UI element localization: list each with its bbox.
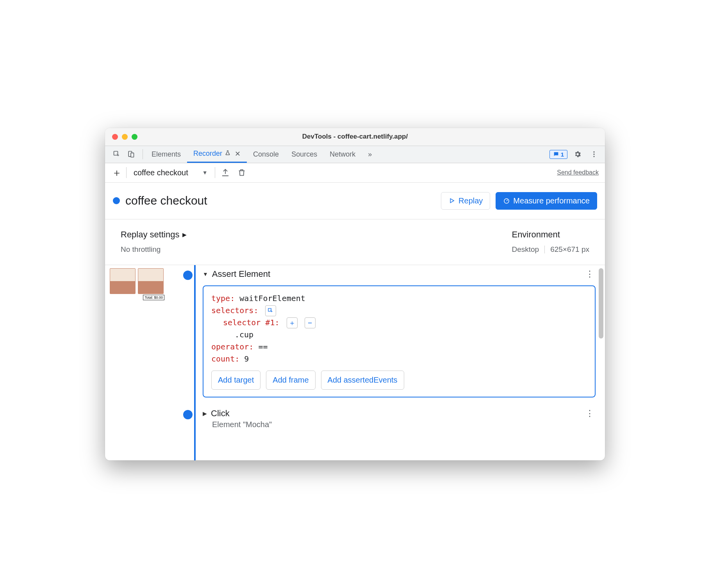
add-target-button[interactable]: Add target	[211, 371, 260, 390]
add-selector-icon[interactable]: ＋	[287, 317, 298, 328]
delete-recording-icon[interactable]	[235, 166, 248, 179]
prop-key: type	[211, 294, 230, 303]
device-value: Desktop	[512, 245, 539, 254]
main-menu-icon[interactable]	[588, 148, 600, 160]
tab-label: Elements	[152, 150, 181, 159]
tab-label: Network	[330, 150, 355, 159]
total-badge: Total: $0.00	[143, 295, 164, 300]
tab-recorder[interactable]: Recorder ✕	[187, 146, 247, 163]
svg-rect-7	[268, 308, 271, 311]
tab-network[interactable]: Network	[323, 146, 362, 163]
step-body: type: waitForElement selectors: selector…	[203, 285, 596, 397]
experiment-icon	[225, 150, 231, 158]
chevron-right-icon: ▶	[203, 410, 207, 417]
replay-button[interactable]: Replay	[441, 192, 490, 210]
recording-name: coffee checkout	[134, 168, 188, 177]
measure-label: Measure performance	[513, 196, 590, 205]
scrollbar[interactable]	[599, 268, 603, 339]
panel-tabs: Elements Recorder ✕ Console Sources Netw…	[145, 146, 378, 163]
devtools-window: DevTools - coffee-cart.netlify.app/ Elem…	[105, 128, 605, 460]
viewport-value: 625×671 px	[550, 245, 589, 254]
throttling-value: No throttling	[121, 245, 187, 254]
divider	[544, 246, 545, 253]
send-feedback-link[interactable]: Send feedback	[557, 169, 599, 176]
prop-key: count	[211, 354, 235, 363]
step-subtitle: Element "Mocha"	[212, 420, 596, 429]
replay-settings-label: Replay settings	[121, 230, 179, 240]
tab-label: Sources	[291, 150, 317, 159]
prop-key: operator	[211, 342, 249, 351]
step-node	[183, 410, 193, 419]
close-tab-icon[interactable]: ✕	[233, 150, 241, 158]
selector-value[interactable]: .cup	[235, 330, 253, 339]
chevron-down-icon: ▼	[203, 271, 208, 277]
add-frame-button[interactable]: Add frame	[266, 371, 315, 390]
device-toolbar-icon[interactable]	[125, 148, 137, 160]
step-header[interactable]: ▼ Assert Element ⋮	[203, 269, 596, 279]
step-node	[183, 271, 193, 280]
selector-label: selector #1	[223, 318, 275, 327]
screenshot-thumb[interactable]	[138, 268, 164, 294]
prop-key: selectors	[211, 306, 253, 315]
steps-container: Total: $0.00 ▼ Assert Element ⋮ type: wa…	[105, 265, 605, 460]
replay-settings-toggle[interactable]: Replay settings ▶	[121, 230, 187, 240]
divider	[126, 167, 127, 178]
recording-header: coffee checkout Replay Measure performan…	[105, 183, 605, 219]
svg-point-4	[593, 153, 594, 155]
step-menu-icon[interactable]: ⋮	[585, 269, 596, 279]
tab-label: Console	[253, 150, 279, 159]
svg-rect-0	[114, 151, 118, 155]
step-header[interactable]: ▶ Click ⋮	[203, 408, 596, 419]
prop-value[interactable]: waitForElement	[239, 294, 305, 303]
screenshot-thumb[interactable]	[110, 268, 136, 294]
measure-performance-button[interactable]: Measure performance	[496, 192, 597, 210]
tab-overflow[interactable]: »	[362, 146, 378, 163]
settings-row: Replay settings ▶ No throttling Environm…	[105, 219, 605, 265]
step-click: ▶ Click ⋮ Element "Mocha"	[203, 408, 596, 429]
chevron-down-icon: ▼	[202, 169, 208, 176]
recording-status-dot	[113, 197, 120, 204]
pick-selector-icon[interactable]	[265, 305, 276, 316]
timeline-track	[194, 265, 196, 460]
chevron-right-icon: ▶	[182, 232, 187, 238]
steps-timeline: ▼ Assert Element ⋮ type: waitForElement …	[171, 265, 605, 460]
environment-label: Environment	[512, 230, 589, 240]
add-asserted-events-button[interactable]: Add assertedEvents	[321, 371, 404, 390]
divider	[215, 167, 215, 178]
svg-point-3	[593, 151, 594, 153]
settings-gear-icon[interactable]	[571, 148, 584, 160]
inspect-element-icon[interactable]	[111, 148, 123, 160]
tab-sources[interactable]: Sources	[285, 146, 323, 163]
recording-title: coffee checkout	[125, 194, 207, 207]
remove-selector-icon[interactable]: −	[305, 317, 316, 328]
console-messages-badge[interactable]: 1	[549, 150, 567, 159]
step-assert-element: ▼ Assert Element ⋮ type: waitForElement …	[203, 269, 596, 397]
recorder-toolbar: ＋ coffee checkout ▼ Send feedback	[105, 163, 605, 183]
panel-tabstrip: Elements Recorder ✕ Console Sources Netw…	[105, 146, 605, 163]
screenshot-strip: Total: $0.00	[105, 265, 171, 460]
titlebar: DevTools - coffee-cart.netlify.app/	[105, 128, 605, 146]
recording-select[interactable]: coffee checkout ▼	[130, 168, 211, 177]
step-menu-icon[interactable]: ⋮	[585, 408, 596, 419]
step-title: Assert Element	[212, 269, 270, 279]
tab-elements[interactable]: Elements	[145, 146, 187, 163]
svg-rect-2	[131, 153, 134, 157]
prop-value[interactable]: ==	[258, 342, 268, 351]
replay-label: Replay	[458, 196, 483, 205]
tab-console[interactable]: Console	[247, 146, 285, 163]
new-recording-button[interactable]: ＋	[111, 166, 122, 180]
divider	[143, 149, 143, 159]
window-title: DevTools - coffee-cart.netlify.app/	[105, 133, 605, 141]
more-tabs-icon: »	[368, 150, 372, 159]
export-recording-icon[interactable]	[219, 166, 232, 179]
step-title: Click	[211, 408, 230, 419]
tab-label: Recorder	[193, 150, 222, 158]
prop-value[interactable]: 9	[244, 354, 249, 363]
svg-point-5	[593, 156, 594, 157]
messages-count: 1	[561, 151, 564, 158]
